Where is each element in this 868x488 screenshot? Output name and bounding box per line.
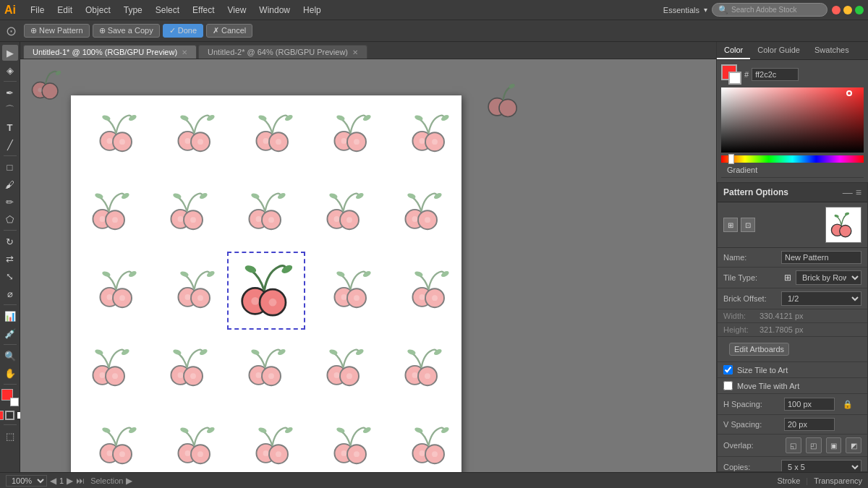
close-button[interactable] [832,6,841,14]
v-spacing-input[interactable] [784,418,835,431]
menu-help[interactable]: Help [297,4,327,17]
toolbar-color-swatch[interactable] [1,389,19,406]
new-pattern-button[interactable]: ⊕ New Pattern [24,24,90,38]
svg-point-143 [354,451,359,457]
zoom-select[interactable]: 100% 50% 200% [6,475,47,487]
svg-point-137 [276,451,281,457]
cherry-cell-1-2 [227,174,305,252]
svg-point-142 [341,450,346,456]
color-guide-tab[interactable]: Color Guide [750,42,807,59]
hand-tool[interactable]: ✋ [2,365,18,381]
status-more-btn[interactable]: ▶ [126,476,132,486]
overlap-btn-4[interactable]: ◩ [846,437,861,453]
edit-artboards-button[interactable]: Edit Artboards [729,343,789,356]
app-logo: Ai [4,4,16,17]
stock-search[interactable]: 🔍 Search Adobe Stock [712,3,827,17]
h-spacing-input[interactable] [784,398,835,411]
paintbrush-tool[interactable]: 🖌 [2,176,18,192]
scale-tool[interactable]: ⤡ [2,268,18,284]
tool-sep-6 [4,384,17,385]
svg-point-28 [419,138,425,144]
hue-bar[interactable] [721,155,864,163]
menu-view[interactable]: View [222,4,252,17]
h-spacing-lock-icon[interactable]: 🔒 [841,397,855,411]
svg-point-23 [354,139,359,145]
essentials-dropdown[interactable]: Essentials [663,6,699,14]
gradient-tab-label[interactable]: Gradient [721,163,864,178]
overlap-btn-3[interactable]: ▣ [826,437,842,453]
pencil-tool[interactable]: ✏ [2,194,18,210]
toolbar-bg-swatch[interactable] [10,398,19,406]
menu-effect[interactable]: Effect [187,4,220,17]
hex-prefix: # [744,70,749,79]
menu-select[interactable]: Select [150,4,185,17]
done-button[interactable]: ✓ Done [163,24,203,38]
h-spacing-label: H Spacing: [723,400,781,408]
cancel-button[interactable]: ✗ Cancel [206,24,252,38]
rectangle-tool[interactable]: □ [2,159,18,175]
zoom-tool[interactable]: 🔍 [2,348,18,364]
eyedropper-tool[interactable]: 💉 [2,325,18,341]
warp-tool[interactable]: ⌀ [2,286,18,301]
name-input[interactable] [781,251,861,264]
graph-tool[interactable]: 📊 [2,308,18,324]
tab-1-label: Untitled-1* @ 100% (RGB/GPU Preview) [33,48,177,56]
move-tile-checkbox[interactable] [723,381,733,390]
transparency-tab[interactable]: Transparency [814,476,862,485]
pen-tool[interactable]: ✒ [2,85,18,100]
tab-2-close[interactable]: ✕ [352,48,358,56]
overlap-btn-2[interactable]: ◰ [806,437,822,453]
direct-selection-tool[interactable]: ◈ [2,62,18,78]
menu-window[interactable]: Window [253,4,296,17]
svg-point-118 [412,372,417,378]
maximize-button[interactable] [855,6,864,14]
svg-point-71 [197,295,203,301]
cherry-cell-2-1 [149,252,227,330]
artboard-tool[interactable]: ⬚ [2,428,18,444]
menu-type[interactable]: Type [118,4,148,17]
selection-tool[interactable]: ▶ [2,45,18,61]
fill-mode-btn[interactable] [0,411,4,420]
pattern-options-header[interactable]: Pattern Options — ≡ [718,183,867,202]
color-gradient[interactable] [721,87,864,153]
none-mode-btn[interactable] [5,411,14,420]
color-tab[interactable]: Color [717,42,750,59]
panel-menu-btn[interactable]: ≡ [856,187,861,198]
canvas-content[interactable] [20,59,716,472]
prev-artboard-btn[interactable]: ◀ [50,476,56,486]
overlap-btn-1[interactable]: ◱ [786,437,801,453]
reflect-tool[interactable]: ⇄ [2,251,18,267]
next-artboard-btn[interactable]: ▶ [67,476,73,486]
menu-object[interactable]: Object [80,4,116,17]
svg-point-77 [269,299,277,307]
canvas-tab-1[interactable]: Untitled-1* @ 100% (RGB/GPU Preview) ✕ [23,45,197,59]
size-tile-checkbox[interactable] [723,365,733,374]
copies-select[interactable]: 5 x 5 3 x 3 7 x 7 [781,460,861,472]
cherry-cell-2-4 [383,252,461,330]
type-tool[interactable]: T [2,119,18,135]
curvature-tool[interactable]: ⌒ [2,102,18,118]
last-artboard-btn[interactable]: ⏭ [76,476,85,486]
size-tile-label[interactable]: Size Tile to Art [737,366,788,374]
save-copy-button[interactable]: ⊕ Save a Copy [93,24,160,38]
menu-file[interactable]: File [25,4,50,17]
line-tool[interactable]: ╱ [2,137,18,153]
panel-collapse-btn[interactable]: — [843,187,853,198]
stroke-tab[interactable]: Stroke [778,476,801,485]
preview-icon-2[interactable]: ⊡ [741,218,755,232]
minimize-button[interactable] [843,6,852,14]
rotate-tool[interactable]: ↻ [2,234,18,249]
background-swatch[interactable] [728,72,741,85]
shaper-tool[interactable]: ⬠ [2,211,18,227]
tile-type-select[interactable]: Brick by Row Grid Brick by Column Hex by… [796,270,861,285]
tab-1-close[interactable]: ✕ [182,48,187,56]
menu-edit[interactable]: Edit [51,4,78,17]
canvas-tab-2[interactable]: Untitled-2* @ 64% (RGB/GPU Preview) ✕ [198,45,367,59]
hex-input[interactable] [752,68,799,81]
preview-icon-1[interactable]: ⊞ [723,218,738,232]
svg-point-125 [119,451,125,457]
move-tile-label[interactable]: Move Tile with Art [737,382,799,390]
height-label: Height: [723,325,760,334]
brick-offset-select[interactable]: 1/2 1/3 1/4 [781,291,861,306]
swatches-tab[interactable]: Swatches [807,42,856,59]
